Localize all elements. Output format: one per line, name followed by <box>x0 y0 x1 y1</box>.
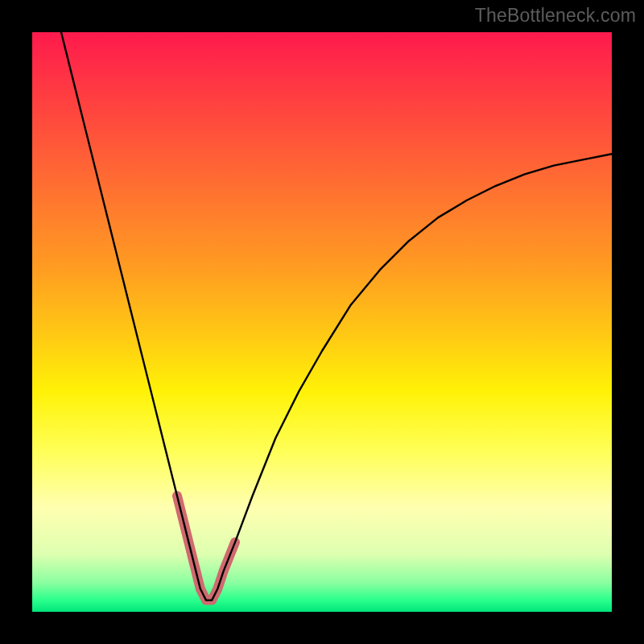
chart-frame: TheBottleneck.com <box>0 0 644 644</box>
valley-highlight-curve <box>177 496 235 601</box>
bottleneck-curve <box>61 32 612 601</box>
curve-svg <box>32 32 612 612</box>
watermark-text: TheBottleneck.com <box>475 5 636 27</box>
plot-area <box>32 32 612 612</box>
